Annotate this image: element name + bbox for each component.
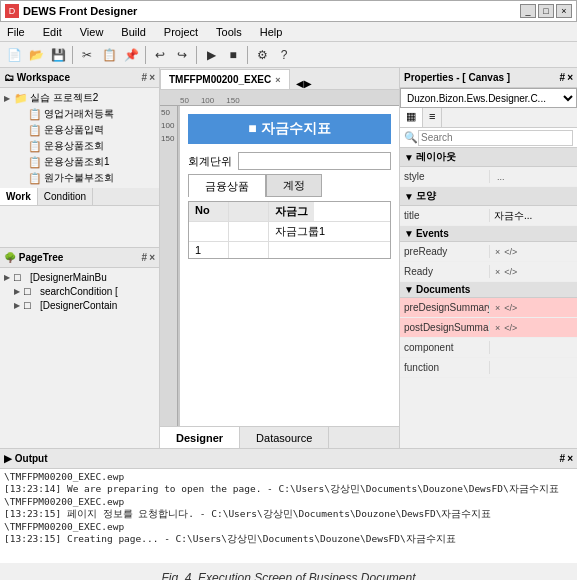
tree-item-4[interactable]: 📋 원가수불부조회 [0,170,159,186]
tree-item-1[interactable]: 📋 운용상품입력 [0,122,159,138]
props-btn-ready-x[interactable]: × [494,266,501,278]
tab-close-icon[interactable]: × [275,75,280,85]
properties-header: Properties - [ Canvas ] # × [400,68,577,88]
props-val-title-text: 자금수... [494,209,532,223]
window-controls[interactable]: _ □ × [520,4,572,18]
props-view-tab-grid[interactable]: ▦ [400,108,423,127]
left-panel: 🗂 Workspace # × ▶ 📁 실습 프로젝트2 📋 영업거래처등록 [0,68,160,448]
props-pin-icon[interactable]: # [560,72,566,83]
props-key-predesign: preDesignSummary [400,301,490,314]
tree-item-3[interactable]: 📋 운용상품조회1 [0,154,159,170]
pagetree-item-2[interactable]: ▶ □ [DesignerContain [0,298,159,312]
grid-header-col2: 자금그 [269,202,314,221]
section-collapse-icon[interactable]: ▼ [404,152,414,163]
output-line-0: \TMFFPM00200_EXEC.ewp [4,471,573,482]
pagetree-item-0[interactable]: ▶ □ [DesignerMainBu [0,270,159,284]
toolbar-btn-copy[interactable]: 📋 [99,45,119,65]
props-btn-predesign-x[interactable]: × [494,302,501,314]
page-icon: □ [24,285,38,297]
properties-dropdown[interactable]: Duzon.Bizon.Ews.Designer.C... [400,88,577,108]
props-row-component: component [400,338,577,358]
toolbar-btn-settings[interactable]: ⚙ [252,45,272,65]
tree-item-0[interactable]: 📋 영업거래처등록 [0,106,159,122]
section-collapse-icon[interactable]: ▼ [404,284,414,295]
form-title: ■ 자금수지표 [188,114,391,144]
output-close-icon[interactable]: × [567,453,573,464]
tree-item-2[interactable]: 📋 운용상품조회 [0,138,159,154]
bottom-tab-designer[interactable]: Designer [160,427,240,448]
menu-help[interactable]: Help [257,25,286,39]
bottom-tab-datasource[interactable]: Datasource [240,427,329,448]
menu-edit[interactable]: Edit [40,25,65,39]
props-val-preready: × </> [490,245,577,259]
props-view-tab-list[interactable]: ≡ [423,108,442,127]
props-btn-predesign-code[interactable]: </> [503,302,518,314]
props-row-function: function [400,358,577,378]
pagetree-close-icon[interactable]: × [149,252,155,263]
menu-file[interactable]: File [4,25,28,39]
output-pin-icon[interactable]: # [560,453,566,464]
toolbar-btn-save[interactable]: 💾 [48,45,68,65]
workspace-pin-icon[interactable]: # [142,72,148,83]
toolbar-btn-paste[interactable]: 📌 [121,45,141,65]
ruler-horizontal: 50 100 150 [160,90,399,106]
menu-view[interactable]: View [77,25,107,39]
designer-tab-main[interactable]: TMFFPM00200_EXEC × [160,69,290,89]
ruler-vertical: 50 100 150 [160,106,178,426]
account-unit-input[interactable] [238,152,391,170]
toolbar-btn-stop[interactable]: ■ [223,45,243,65]
pagetree-pin-icon[interactable]: # [142,252,148,263]
props-btn-preready-code[interactable]: </> [503,246,518,258]
canvas-tab-account[interactable]: 계정 [266,174,322,197]
menu-project[interactable]: Project [161,25,201,39]
section-collapse-icon[interactable]: ▼ [404,228,414,239]
close-button[interactable]: × [556,4,572,18]
pagetree-tree: ▶ □ [DesignerMainBu ▶ □ searchCondition … [0,268,159,314]
minimize-button[interactable]: _ [520,4,536,18]
props-btn-style[interactable]: ... [496,171,506,183]
props-key-ready: Ready [400,265,490,278]
data-grid: No 자금그 자금그룹1 1 [188,201,391,259]
menu-build[interactable]: Build [118,25,148,39]
tree-item-project[interactable]: ▶ 📁 실습 프로젝트2 [0,90,159,106]
tab-nav-right[interactable]: ▶ [304,78,312,89]
props-btn-postdesign-x[interactable]: × [494,322,501,334]
tab-nav-left[interactable]: ◀ [296,78,304,89]
form-title-icon: ■ [248,120,256,136]
menu-tools[interactable]: Tools [213,25,245,39]
workspace-header-icons: # × [142,72,155,83]
props-close-icon[interactable]: × [567,72,573,83]
props-btn-ready-code[interactable]: </> [503,266,518,278]
pagetree-item-1[interactable]: ▶ □ searchCondition [ [0,284,159,298]
toolbar-btn-open[interactable]: 📂 [26,45,46,65]
props-btn-preready-x[interactable]: × [494,246,501,258]
toolbar-btn-help[interactable]: ? [274,45,294,65]
work-tab[interactable]: Work [0,188,38,205]
condition-tab[interactable]: Condition [38,188,93,205]
section-layout: ▼ 레이아웃 [400,148,577,167]
grid-header-no: No [189,202,229,221]
folder-icon: 📁 [14,92,28,105]
file-icon: 📋 [28,172,42,185]
canvas-content: ■ 자금수지표 회계단위 금융상품 계정 No [180,106,399,426]
toolbar-btn-redo[interactable]: ↪ [172,45,192,65]
canvas-tab-products[interactable]: 금융상품 [188,174,266,197]
section-events-title: Events [416,228,449,239]
props-btn-postdesign-code[interactable]: </> [503,322,518,334]
maximize-button[interactable]: □ [538,4,554,18]
workspace-close-icon[interactable]: × [149,72,155,83]
designer-tab-label: TMFFPM00200_EXEC [169,74,271,85]
grid-cell-no-1: 1 [189,242,229,258]
toolbar-btn-cut[interactable]: ✂ [77,45,97,65]
toolbar-sep-2 [145,46,146,64]
toolbar-sep-1 [72,46,73,64]
toolbar-btn-undo[interactable]: ↩ [150,45,170,65]
toolbar-btn-new[interactable]: 📄 [4,45,24,65]
grid-cell-col1-0 [229,222,269,241]
grid-data-row-0: 자금그룹1 [189,222,390,242]
file-icon: 📋 [28,124,42,137]
grid-cell-col2-1 [269,242,309,258]
search-input[interactable] [418,130,573,146]
toolbar-btn-run[interactable]: ▶ [201,45,221,65]
section-collapse-icon[interactable]: ▼ [404,191,414,202]
